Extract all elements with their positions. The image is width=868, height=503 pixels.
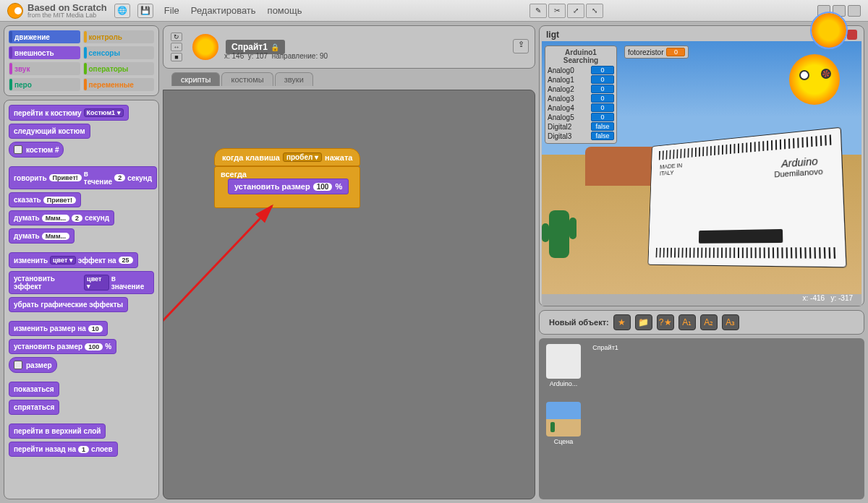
category-motion[interactable]: движение	[9, 30, 80, 43]
shrink-tool-icon[interactable]: ⤡	[586, 4, 603, 18]
block-costume-num[interactable]: костюм #	[9, 142, 64, 158]
monitor-row[interactable]: Digital3false	[548, 132, 614, 140]
script-stack[interactable]: когда клавиша пробел ▾ нажата всегда уст…	[214, 148, 360, 208]
block-next-costume[interactable]: следующий костюм	[9, 124, 90, 139]
save-icon[interactable]: 💾	[137, 4, 153, 18]
stage[interactable]: MADE IN ITALY Arduino Duemilanovo Arduin…	[542, 41, 861, 294]
block-think[interactable]: думатьМмм...	[9, 228, 75, 244]
sprite-item-arduino[interactable]: Arduino...	[545, 344, 582, 387]
arduino-sprite-icon[interactable]: A₂	[700, 314, 718, 330]
block-say[interactable]: сказатьПривет!	[9, 192, 81, 207]
cactus-graphic	[549, 210, 569, 258]
block-palette: перейти к костюмуКостюм1 ▾ следующий кос…	[4, 100, 159, 499]
tab-scripts[interactable]: скрипты	[171, 72, 220, 86]
surprise-sprite-icon[interactable]: ?★	[657, 314, 674, 330]
block-show[interactable]: показаться	[9, 382, 59, 397]
category-sensing[interactable]: сенсоры	[83, 46, 155, 59]
top-toolbar: Based on Scratch from the MIT Media Lab …	[0, 0, 868, 22]
monitor-row[interactable]: Analog50	[548, 113, 614, 121]
stage-tools: ✎ ✂ ⤢ ⤡	[529, 4, 603, 18]
tab-sounds[interactable]: звуки	[275, 72, 313, 86]
block-set-effect[interactable]: установить эффектцвет ▾в значение	[9, 271, 154, 294]
stage-item[interactable]: Сцена	[545, 402, 582, 445]
monitor-row[interactable]: Analog30	[548, 94, 614, 103]
block-say-for[interactable]: говоритьПривет!в течение2секунд	[9, 166, 157, 189]
monitor-row[interactable]: Analog20	[548, 85, 614, 93]
c-forever[interactable]: всегда установить размер 100 %	[214, 166, 360, 208]
mouse-coords: x: -416 y: -317	[542, 294, 861, 306]
sprite-coords: x: 146 y: 107 направление: 90	[224, 52, 328, 60]
other-sprite-icon[interactable]: A₃	[722, 314, 739, 330]
sprite-item-sprite1[interactable]: Спрайт1	[587, 344, 624, 387]
project-title[interactable]: ligt	[546, 30, 559, 40]
arduino-monitor-panel[interactable]: Arduino1 Searching Analog00Analog10Analo…	[545, 46, 617, 144]
monitor-row[interactable]: Digital2false	[548, 122, 614, 131]
workspace: движение контроль внешность сенсоры звук…	[0, 22, 868, 503]
rotate-none-icon[interactable]: ■	[171, 53, 182, 61]
stamp-tool-icon[interactable]: ✎	[529, 4, 547, 18]
scratch-logo-icon	[7, 3, 23, 19]
svg-line-0	[163, 206, 272, 351]
rotate-lr-icon[interactable]: ↔	[171, 43, 182, 51]
inner-set-size[interactable]: установить размер 100 %	[228, 179, 349, 194]
category-control[interactable]: контроль	[83, 30, 155, 43]
category-pen[interactable]: перо	[9, 78, 80, 91]
monitor-row[interactable]: Analog10	[548, 75, 614, 84]
category-palette: движение контроль внешность сенсоры звук…	[4, 25, 159, 96]
camera-sprite-icon[interactable]: A₁	[678, 314, 696, 330]
export-sprite-icon[interactable]: ⇪	[513, 39, 529, 53]
arduino-sprite[interactable]: MADE IN ITALY Arduino Duemilanovo	[647, 127, 846, 268]
block-change-size[interactable]: изменить размер на10	[9, 321, 108, 336]
block-change-effect[interactable]: изменитьцвет ▾эффект на25	[9, 252, 138, 268]
brand-text: Based on Scratch from the MIT Media Lab	[27, 3, 107, 19]
tab-costumes[interactable]: костюмы	[221, 72, 273, 86]
presentation-button[interactable]	[848, 5, 861, 17]
block-think-for[interactable]: думатьМмм...2секунд	[9, 210, 114, 225]
sprite-header: ↻ ↔ ■ Спрайт1🔒 x: 146 y: 107 направление…	[163, 25, 535, 69]
sun-sprite[interactable]	[789, 54, 840, 105]
fotorezistor-monitor[interactable]: fotorezistor 0	[624, 46, 689, 59]
sprite-thumbnail	[192, 34, 218, 60]
menu-file[interactable]: File	[164, 5, 179, 16]
block-go-front[interactable]: перейти в верхний слой	[9, 424, 106, 439]
hat-when-key[interactable]: когда клавиша пробел ▾ нажата	[214, 148, 360, 166]
category-looks[interactable]: внешность	[9, 46, 80, 59]
editor-tabs: скрипты костюмы звуки	[171, 72, 535, 86]
category-variables[interactable]: переменные	[83, 78, 155, 91]
block-clear-effects[interactable]: убрать графические эффекты	[9, 297, 128, 312]
block-hide[interactable]: спрятаться	[9, 400, 59, 415]
block-set-size[interactable]: установить размер100%	[9, 339, 116, 354]
language-icon[interactable]: 🌐	[114, 4, 130, 18]
paint-new-sprite-icon[interactable]: ★	[613, 314, 631, 330]
stop-icon[interactable]	[847, 30, 857, 40]
category-sound[interactable]: звук	[9, 62, 80, 75]
rotate-free-icon[interactable]: ↻	[171, 33, 182, 41]
cut-tool-icon[interactable]: ✂	[548, 4, 566, 18]
lock-icon[interactable]: 🔒	[271, 43, 279, 51]
script-canvas[interactable]: когда клавиша пробел ▾ нажата всегда уст…	[163, 90, 535, 499]
new-object-bar: Новый объект: ★ 📁 ?★ A₁ A₂ A₃	[543, 314, 860, 330]
block-size-reporter[interactable]: размер	[9, 357, 57, 373]
sprite-list: Arduino... Спрайт1 Сцена	[539, 338, 864, 499]
menu-help[interactable]: помощь	[268, 5, 302, 16]
monitor-row[interactable]: Analog40	[548, 103, 614, 112]
block-go-back[interactable]: перейти назад на1слоев	[9, 442, 118, 457]
category-operators[interactable]: операторы	[83, 62, 155, 75]
monitor-row[interactable]: Analog00	[548, 66, 614, 74]
choose-sprite-icon[interactable]: 📁	[635, 314, 652, 330]
block-switch-costume[interactable]: перейти к костюмуКостюм1 ▾	[9, 105, 129, 121]
menu-edit[interactable]: Редактировать	[191, 5, 256, 16]
grow-tool-icon[interactable]: ⤢	[567, 4, 584, 18]
